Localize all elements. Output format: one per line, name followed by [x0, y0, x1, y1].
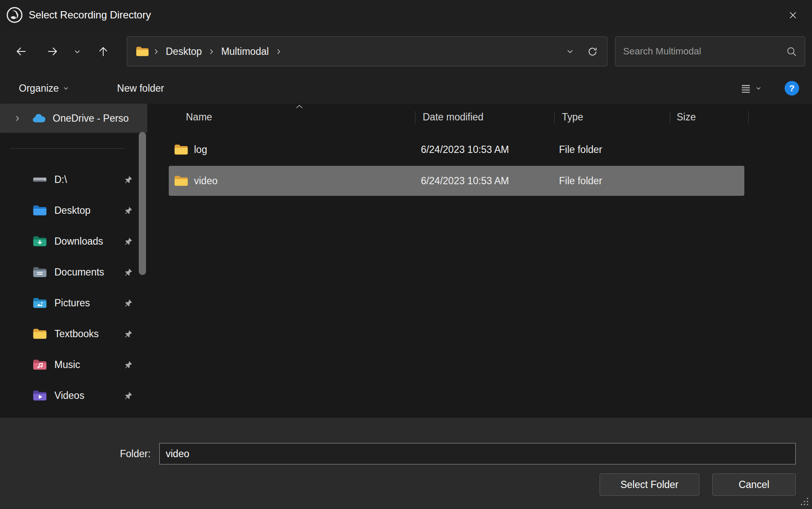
breadcrumb-desktop[interactable]: Desktop [163, 46, 204, 57]
help-button[interactable]: ? [785, 81, 799, 96]
sidebar-item[interactable]: Desktop [0, 195, 153, 226]
search-input[interactable] [623, 46, 782, 57]
recent-locations-button[interactable] [69, 38, 86, 65]
music-icon [33, 359, 47, 371]
navigation-toolbar: Desktop Multimodal [0, 30, 812, 73]
onedrive-cloud-icon [31, 113, 47, 124]
drive-icon [33, 174, 47, 186]
sort-ascending-icon [296, 105, 303, 108]
window-title: Select Recording Directory [29, 9, 151, 21]
chevron-right-icon[interactable] [208, 48, 215, 55]
sidebar-item[interactable]: Videos [0, 380, 153, 411]
sidebar-item[interactable]: Documents [0, 257, 153, 287]
organize-button[interactable]: Organize [19, 83, 69, 94]
sidebar-item-onedrive[interactable]: OneDrive - Perso [0, 104, 147, 133]
back-button[interactable] [9, 38, 33, 65]
pinned-items-list: D:\ Desktop Downloads Documen [0, 164, 153, 411]
chevron-down-icon [63, 85, 69, 91]
sidebar-item[interactable]: Downloads [0, 226, 153, 257]
sidebar-item-label: Downloads [54, 236, 103, 247]
expand-chevron-icon[interactable] [14, 115, 21, 122]
search-box[interactable] [615, 36, 805, 66]
new-folder-label: New folder [117, 83, 164, 94]
navigation-pane: OneDrive - Perso D:\ Desktop [0, 104, 153, 418]
folder-field-label: Folder: [120, 448, 151, 460]
dialog-content: OneDrive - Perso D:\ Desktop [0, 104, 812, 418]
pin-icon [124, 206, 133, 215]
pin-icon [124, 391, 133, 400]
file-name-cell: video [169, 175, 414, 187]
folder-icon [174, 175, 188, 187]
pictures-icon [33, 297, 47, 309]
details-view-icon [740, 83, 752, 94]
file-name: video [194, 175, 218, 187]
address-dropdown-button[interactable] [559, 38, 581, 65]
sidebar-item[interactable]: Music [0, 349, 153, 380]
chevron-down-icon [755, 85, 761, 91]
file-type: File folder [552, 175, 666, 187]
sidebar-item-label: Music [54, 359, 80, 371]
sidebar-scrollbar[interactable] [139, 132, 146, 275]
sidebar-item[interactable]: Textbooks [0, 318, 153, 349]
file-list-pane: Name Date modified Type Size log 6/24/20… [153, 104, 812, 418]
pin-icon [124, 175, 133, 184]
view-options-button[interactable] [740, 83, 761, 94]
sidebar-item-label: Documents [54, 266, 104, 278]
sidebar-item-label: Textbooks [54, 328, 99, 340]
resize-grip[interactable] [800, 497, 809, 506]
sidebar-item[interactable]: Pictures [0, 287, 153, 318]
pin-icon [124, 268, 133, 276]
pin-icon [124, 329, 133, 338]
file-name: log [194, 144, 207, 156]
close-button[interactable] [773, 0, 812, 30]
file-date-modified: 6/24/2023 10:53 AM [414, 175, 552, 187]
breadcrumb-multimodal[interactable]: Multimodal [218, 46, 271, 57]
folder-icon [33, 328, 47, 340]
chevron-down-icon [74, 48, 81, 55]
sidebar-item-label: Pictures [54, 297, 90, 309]
pin-icon [124, 360, 133, 369]
search-icon [786, 46, 797, 57]
pin-icon [124, 237, 133, 246]
column-header-size[interactable]: Size [670, 104, 749, 130]
file-row[interactable]: log 6/24/2023 10:53 AM File folder [169, 135, 744, 165]
obs-logo-icon [6, 6, 23, 24]
dialog-footer: Folder: Select Folder Cancel [0, 418, 812, 509]
chevron-right-icon[interactable] [275, 48, 282, 55]
command-bar: Organize New folder ? [0, 73, 812, 104]
sidebar-item-label: Desktop [54, 205, 90, 216]
up-arrow-icon [97, 45, 109, 57]
folder-input[interactable] [159, 443, 796, 464]
titlebar: Select Recording Directory [0, 0, 812, 30]
back-arrow-icon [15, 45, 27, 57]
documents-icon [33, 266, 47, 278]
file-rows: log 6/24/2023 10:53 AM File folder video… [169, 135, 812, 196]
column-header-date-modified[interactable]: Date modified [415, 104, 555, 130]
refresh-icon [587, 46, 598, 57]
forward-button[interactable] [40, 38, 65, 65]
folder-icon [136, 46, 149, 57]
column-header-type[interactable]: Type [555, 104, 670, 130]
chevron-right-icon[interactable] [152, 48, 160, 55]
address-bar[interactable]: Desktop Multimodal [127, 36, 607, 66]
onedrive-label: OneDrive - Perso [53, 113, 129, 124]
pin-icon [124, 299, 133, 307]
sidebar-divider [10, 148, 125, 149]
column-header-name[interactable]: Name [169, 104, 415, 130]
select-folder-button[interactable]: Select Folder [600, 473, 699, 496]
sidebar-item-label: Videos [54, 390, 84, 401]
new-folder-button[interactable]: New folder [117, 83, 164, 94]
organize-label: Organize [19, 83, 59, 94]
downloads-icon [33, 235, 47, 247]
desktop-icon [33, 204, 47, 216]
file-name-cell: log [169, 144, 414, 156]
sidebar-item[interactable]: D:\ [0, 164, 153, 195]
cancel-button[interactable]: Cancel [712, 473, 796, 496]
column-headers: Name Date modified Type Size [169, 104, 812, 130]
refresh-button[interactable] [581, 38, 603, 65]
file-row[interactable]: video 6/24/2023 10:53 AM File folder [169, 166, 744, 196]
up-button[interactable] [91, 38, 116, 65]
file-date-modified: 6/24/2023 10:53 AM [414, 144, 552, 156]
sidebar-item-label: D:\ [54, 174, 67, 186]
close-icon [788, 11, 797, 20]
